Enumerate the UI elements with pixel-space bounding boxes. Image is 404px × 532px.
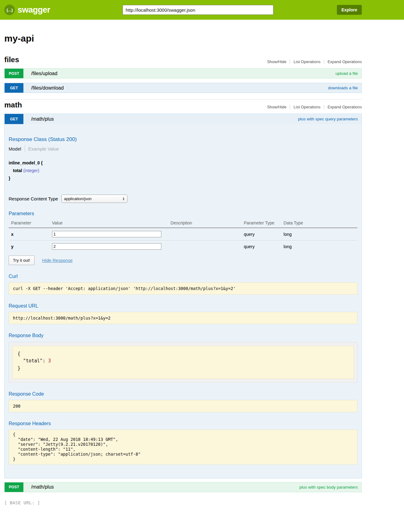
top-bar: {…} swagger Explore	[0, 0, 404, 20]
list-operations-link[interactable]: List Operations	[293, 105, 320, 109]
select-arrows-icon: ▲▼	[123, 197, 125, 201]
response-code-value: 200	[9, 400, 358, 412]
method-badge-post[interactable]: POST	[5, 482, 23, 492]
resource-files-controls: Show/Hide List Operations Expand Operati…	[267, 59, 362, 64]
resource-math-heading: math	[4, 101, 22, 109]
model-close-brace: }	[9, 175, 358, 182]
divider	[290, 59, 290, 64]
operation-path[interactable]: /files/download	[31, 85, 64, 91]
model-signature: inline_model_0 { total (integer) }	[9, 159, 358, 182]
resource-files-heading: files	[4, 55, 19, 64]
parameters-header-row: Parameter Value Description Parameter Ty…	[9, 218, 358, 228]
response-headers-json: { "date": "Wed, 22 Aug 2018 18:49:13 GMT…	[9, 429, 358, 465]
operation-summary[interactable]: upload a file	[335, 71, 358, 76]
table-row: x query long	[9, 228, 358, 240]
parameters-heading: Parameters	[9, 211, 358, 216]
response-headers-heading: Response Headers	[9, 421, 358, 426]
param-name: y	[9, 240, 50, 253]
col-parameter: Parameter	[9, 218, 50, 228]
operation-row-files-upload[interactable]: POST /files/upload upload a file	[4, 68, 362, 79]
param-description	[168, 228, 241, 240]
section-divider	[4, 99, 362, 99]
resource-math: math Show/Hide List Operations Expand Op…	[4, 101, 362, 492]
tab-model[interactable]: Model	[9, 146, 21, 151]
model-property: total (integer)	[9, 167, 358, 175]
show-hide-link[interactable]: Show/Hide	[267, 105, 286, 109]
operation-get-math-plus: GET /math/plus plus with spec query para…	[4, 114, 362, 478]
operation-summary[interactable]: downloads a file	[328, 86, 358, 90]
hide-response-link[interactable]: Hide Response	[42, 258, 73, 263]
operation-path[interactable]: /math/plus	[31, 484, 54, 490]
operation-row-post-math-plus[interactable]: POST /math/plus plus with spec body para…	[4, 482, 362, 492]
parameters-table: Parameter Value Description Parameter Ty…	[9, 218, 358, 252]
model-property-name: total	[13, 168, 22, 173]
response-content-type-select[interactable]: application/json ▲▼	[61, 195, 127, 203]
operation-summary[interactable]: plus with spec body parameters	[299, 485, 358, 490]
param-type: query	[241, 228, 281, 240]
actions-row: Try it out! Hide Response	[9, 256, 358, 265]
response-body-container: { "total": 3 }	[9, 342, 358, 383]
show-hide-link[interactable]: Show/Hide	[267, 59, 286, 64]
method-badge-post[interactable]: POST	[5, 69, 23, 78]
divider	[324, 105, 324, 109]
divider	[324, 59, 324, 64]
model-tabs: Model Example Value	[9, 145, 358, 152]
response-content-type-label: Response Content Type	[9, 196, 58, 201]
request-url-value: http://localhost:3000/math/plus?x=1&y=2	[9, 312, 358, 324]
spec-url-input[interactable]	[123, 5, 273, 15]
response-class-heading: Response Class (Status 200)	[9, 136, 358, 143]
operation-path[interactable]: /files/upload	[31, 71, 57, 76]
col-parameter-type: Parameter Type	[241, 218, 281, 228]
method-badge-get[interactable]: GET	[5, 83, 23, 93]
swagger-logo-icon: {…}	[4, 5, 15, 15]
resource-math-controls: Show/Hide List Operations Expand Operati…	[267, 105, 362, 109]
response-code-heading: Response Code	[9, 391, 358, 397]
tab-example-value[interactable]: Example Value	[28, 146, 59, 151]
param-name: x	[9, 228, 50, 240]
divider	[25, 145, 25, 152]
try-it-out-button[interactable]: Try it out!	[9, 256, 34, 265]
request-url-heading: Request URL	[9, 303, 358, 309]
curl-heading: Curl	[9, 274, 358, 279]
table-row: y query long	[9, 240, 358, 253]
operation-summary[interactable]: plus with spec query parameters	[298, 117, 358, 121]
param-type: query	[241, 240, 281, 253]
model-property-type: (integer)	[23, 168, 39, 173]
swagger-logo[interactable]: {…} swagger	[4, 5, 50, 15]
resource-files: files Show/Hide List Operations Expand O…	[4, 55, 362, 93]
operation-row-get-math-plus[interactable]: GET /math/plus plus with spec query para…	[5, 114, 362, 124]
param-y-input[interactable]	[52, 243, 161, 250]
operation-content: Response Class (Status 200) Model Exampl…	[5, 124, 362, 478]
param-data-type: long	[281, 228, 358, 240]
col-data-type: Data Type	[281, 218, 358, 228]
expand-operations-link[interactable]: Expand Operations	[328, 105, 362, 109]
base-url-label: [ BASE URL: ]	[4, 500, 362, 505]
param-x-input[interactable]	[52, 231, 161, 237]
param-description	[168, 240, 241, 253]
response-body-json: { "total": 3 }	[12, 346, 354, 379]
expand-operations-link[interactable]: Expand Operations	[328, 59, 362, 64]
list-operations-link[interactable]: List Operations	[293, 59, 320, 64]
curl-command: curl -X GET --header 'Accept: applicatio…	[9, 282, 358, 295]
operation-row-files-download[interactable]: GET /files/download downloads a file	[4, 83, 362, 93]
param-data-type: long	[281, 240, 358, 253]
model-open-brace: inline_model_0 {	[9, 159, 358, 167]
page-title: my-api	[4, 33, 362, 44]
operation-path[interactable]: /math/plus	[31, 116, 54, 122]
response-content-type-value: application/json	[64, 196, 92, 201]
response-content-type-row: Response Content Type application/json ▲…	[9, 195, 358, 203]
method-badge-get[interactable]: GET	[5, 114, 23, 124]
explore-button[interactable]: Explore	[337, 5, 362, 15]
divider	[290, 105, 290, 109]
col-description: Description	[168, 218, 241, 228]
response-body-heading: Response Body	[9, 333, 358, 338]
swagger-logo-text: swagger	[18, 5, 50, 15]
col-value: Value	[50, 218, 168, 228]
json-number-value: 3	[48, 358, 51, 364]
